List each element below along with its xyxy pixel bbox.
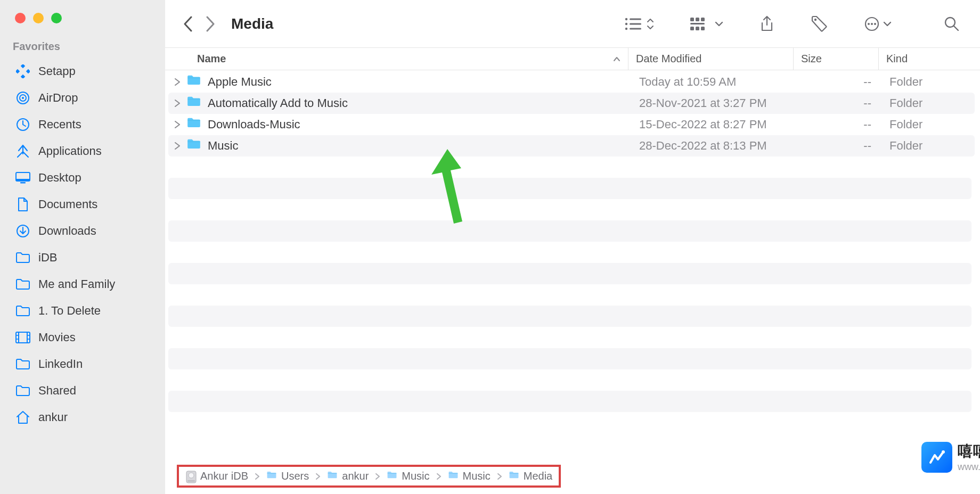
minimize-window-button[interactable] [33,13,44,23]
svg-point-34 [868,23,870,25]
folder-icon [186,74,202,90]
action-button[interactable] [856,12,899,36]
share-button[interactable] [752,12,782,36]
finder-window: Favorites SetappAirDropRecentsApplicatio… [0,0,980,494]
sidebar-section-title: Favorites [0,38,165,58]
empty-row [168,263,971,284]
empty-row [168,391,971,412]
path-segment[interactable]: Music [387,470,429,482]
file-name: Downloads-Music [208,118,634,131]
svg-rect-28 [690,23,705,24]
sidebar-item-label: Setapp [38,64,76,78]
view-list-button[interactable] [617,12,662,36]
sidebar-item-1-to-delete[interactable]: 1. To Delete [0,298,165,324]
tags-button[interactable] [803,12,835,36]
svg-rect-1 [21,75,25,78]
column-headers: Name Date Modified Size Kind [165,48,980,70]
search-button[interactable] [936,12,967,36]
watermark-icon [921,442,952,473]
svg-rect-40 [187,480,195,482]
disclosure-triangle-icon[interactable] [168,142,186,150]
file-date: 28-Nov-2021 at 3:27 PM [634,96,797,110]
sidebar-item-label: Shared [38,384,76,398]
sidebar-item-movies[interactable]: Movies [0,324,165,351]
chevron-down-icon [883,21,892,27]
file-date: Today at 10:59 AM [634,75,797,89]
folder-icon [387,471,398,482]
file-row[interactable]: Automatically Add to Music28-Nov-2021 at… [168,93,975,114]
file-kind: Folder [882,118,975,131]
sidebar-item-airdrop[interactable]: AirDrop [0,85,165,111]
sidebar-item-desktop[interactable]: Desktop [0,164,165,191]
path-segment[interactable]: Music [448,470,491,482]
svg-point-23 [625,27,627,29]
ellipsis-circle-icon [864,16,880,32]
folder-icon [15,250,31,266]
file-kind: Folder [882,75,975,89]
empty-row [165,369,975,391]
close-window-button[interactable] [15,13,26,23]
maximize-window-button[interactable] [51,13,62,23]
sidebar-item-label: LinkedIn [38,357,83,371]
airdrop-icon [15,90,31,106]
empty-row [168,306,971,327]
svg-rect-30 [696,27,699,30]
folder-icon [186,117,202,133]
file-row[interactable]: Downloads-Music15-Dec-2022 at 8:27 PM--F… [168,114,975,135]
svg-rect-12 [16,332,30,343]
chevron-down-icon [715,21,723,27]
forward-button[interactable] [199,13,220,35]
clock-icon [15,117,31,133]
file-date: 28-Dec-2022 at 8:13 PM [634,139,797,153]
svg-point-36 [874,23,876,25]
sidebar-item-idb[interactable]: iDB [0,244,165,271]
sidebar-item-label: iDB [38,251,57,265]
document-icon [15,196,31,212]
sidebar-item-documents[interactable]: Documents [0,191,165,218]
sidebar-item-downloads[interactable]: Downloads [0,218,165,244]
toolbar: Media [165,0,980,48]
disclosure-triangle-icon[interactable] [168,121,186,128]
back-button[interactable] [178,13,199,35]
empty-row [165,157,975,178]
sidebar-item-linkedin[interactable]: LinkedIn [0,351,165,377]
folder-icon [15,356,31,372]
download-icon [15,223,31,239]
disclosure-triangle-icon[interactable] [168,100,186,107]
file-size: -- [797,139,882,153]
group-button[interactable] [683,12,731,36]
svg-rect-25 [690,18,694,21]
sidebar-item-label: Applications [38,144,102,158]
folder-icon [509,471,520,482]
column-kind[interactable]: Kind [879,48,980,70]
column-size[interactable]: Size [794,48,879,70]
path-separator-icon [252,473,262,480]
column-name[interactable]: Name [165,48,628,70]
path-segment[interactable]: ankur [327,470,369,482]
watermark: 嘻嘻笔记 www.bijixx.com [921,441,980,473]
svg-rect-3 [26,69,30,73]
path-segment[interactable]: Ankur iDB [185,470,248,482]
watermark-url: www.bijixx.com [958,462,980,473]
path-segment[interactable]: Users [266,470,309,482]
sidebar-item-label: AirDrop [38,91,78,105]
folder-icon [15,383,31,399]
sidebar-item-label: Movies [38,331,76,344]
path-segment[interactable]: Media [509,470,552,482]
chevron-right-icon [204,16,216,32]
empty-row [165,242,975,263]
sidebar-item-recents[interactable]: Recents [0,111,165,138]
sort-caret-icon [613,56,620,62]
sidebar-item-applications[interactable]: Applications [0,138,165,164]
svg-rect-20 [630,18,641,20]
disclosure-triangle-icon[interactable] [168,78,186,86]
home-icon [15,409,31,425]
column-date[interactable]: Date Modified [628,48,794,70]
sidebar-item-shared[interactable]: Shared [0,377,165,404]
file-row[interactable]: Apple MusicToday at 10:59 AM--Folder [168,71,975,93]
sidebar-item-ankur[interactable]: ankur [0,404,165,431]
sidebar-item-me-and-family[interactable]: Me and Family [0,271,165,298]
file-row[interactable]: Music28-Dec-2022 at 8:13 PM--Folder [168,135,975,157]
sidebar-item-setapp[interactable]: Setapp [0,58,165,85]
path-separator-icon [313,473,323,480]
